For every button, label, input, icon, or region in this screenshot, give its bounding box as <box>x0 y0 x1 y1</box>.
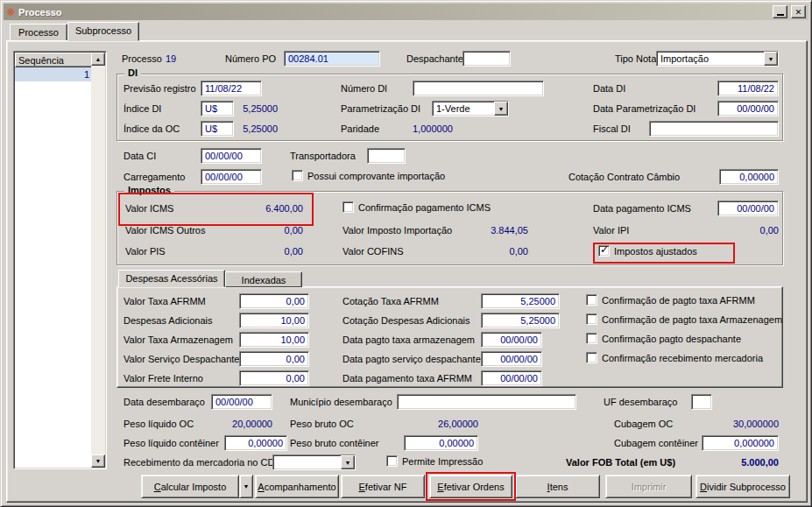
efetivar-nf-button[interactable]: Efetivar NF <box>341 475 425 498</box>
fiscal-di-input[interactable] <box>649 121 779 137</box>
valor-taxa-afrmm-input[interactable]: 0,00 <box>239 293 309 309</box>
dividir-subprocesso-button[interactable]: Dividir Subprocesso <box>695 475 790 498</box>
imprimir-button[interactable]: Imprimir <box>605 475 692 498</box>
valor-pis-label: Valor PIS <box>125 246 166 257</box>
data-ci-input[interactable]: 00/00/00 <box>201 148 262 164</box>
tab-despesas-acessorias[interactable]: Despesas Acessórias <box>118 270 225 287</box>
municipio-desembaraco-input[interactable] <box>397 394 576 410</box>
peso-bruto-oc-label: Peso bruto OC <box>290 419 354 429</box>
cubagem-conteiner-input[interactable]: 0,000000 <box>702 435 779 451</box>
checkbox-box <box>292 170 303 181</box>
numero-po-input[interactable]: 00284.01 <box>284 51 380 67</box>
data-pagto-taxa-armazenagem-input[interactable]: 00/00/00 <box>481 332 542 348</box>
calcular-imposto-button[interactable]: Calcular Imposto <box>141 475 239 498</box>
peso-bruto-conteiner-input[interactable]: 0,00000 <box>404 435 478 451</box>
indice-di-value: 5,25000 <box>236 103 278 114</box>
cotacao-despesas-adicionais-input[interactable]: 5,25000 <box>481 313 560 328</box>
checkbox-box <box>586 294 597 306</box>
checkbox-box <box>386 455 398 467</box>
conf-pagto-taxa-afrmm-label: Confirmação de pagto taxa AFRMM <box>602 295 755 306</box>
parametrizacao-di-select[interactable]: 1-Verde ▼ <box>432 101 509 116</box>
valor-cofins-value: 0,00 <box>474 246 528 257</box>
data-desembaraco-input[interactable]: 00/00/00 <box>211 394 272 410</box>
conf-pagto-taxa-armazenagem-checkbox[interactable]: Confirmação de pagto taxa Armazenagem <box>586 313 782 325</box>
confirmacao-pagamento-icms-checkbox[interactable]: Confirmação pagamento ICMS <box>342 201 491 213</box>
cotacao-despesas-adicionais-label: Cotação Despesas Adicionais <box>342 315 470 326</box>
efetivar-ordens-button[interactable]: Efetivar Ordens <box>429 475 512 498</box>
valor-taxa-armazenagem-label: Valor Taxa Armazenagem <box>124 334 233 345</box>
despesas-adicionais-input[interactable]: 10,00 <box>239 313 309 328</box>
di-group-title: DI <box>124 67 141 78</box>
dropdown-arrow-icon[interactable]: ▼ <box>494 102 508 116</box>
checkbox-box <box>586 352 597 363</box>
cotacao-taxa-afrmm-input[interactable]: 5,25000 <box>481 293 560 309</box>
valor-servico-despachante-label: Valor Serviço Despachante <box>124 354 239 364</box>
peso-liquido-oc-label: Peso líquido OC <box>124 419 194 429</box>
tipo-nota-value: Importação <box>657 52 764 66</box>
carregamento-input[interactable]: 00/00/00 <box>201 169 262 185</box>
conf-pagto-despachante-label: Confirmação pagto despachante <box>602 334 741 344</box>
valor-imposto-importacao-value: 3.844,05 <box>474 225 528 236</box>
valor-frete-interno-input[interactable]: 0,00 <box>239 370 309 386</box>
data-pagamento-icms-input[interactable]: 00/00/00 <box>717 201 779 216</box>
conf-pagto-despachante-checkbox[interactable]: Confirmação pagto despachante <box>586 333 741 344</box>
conf-pagto-taxa-afrmm-checkbox[interactable]: Confirmação de pagto taxa AFRMM <box>586 294 755 306</box>
impostos-ajustados-checkbox[interactable]: Impostos ajustados <box>598 245 697 257</box>
numero-di-input[interactable] <box>413 81 544 96</box>
valor-servico-despachante-input[interactable]: 0,00 <box>239 351 309 367</box>
data-parametrizacao-di-input[interactable]: 00/00/00 <box>717 101 779 116</box>
numero-po-label: Número PO <box>225 53 276 64</box>
calcular-imposto-dropdown-button[interactable]: ▼ <box>239 475 253 498</box>
valor-ipi-value: 0,00 <box>719 225 779 236</box>
fiscal-di-label: Fiscal DI <box>593 123 631 134</box>
tab-indexadas[interactable]: Indexadas <box>225 271 302 287</box>
despesas-adicionais-label: Despesas Adicionais <box>124 315 213 326</box>
transportadora-input[interactable] <box>367 148 406 164</box>
paridade-label: Paridade <box>341 123 379 134</box>
valor-fob-label: Valor FOB Total (em U$) <box>566 457 675 468</box>
data-pagto-taxa-armazenagem-label: Data pagto taxa armazenagem <box>342 334 475 345</box>
valor-icms-outros-value: 0,00 <box>220 225 303 236</box>
permite-impressao-checkbox[interactable]: Permite Impressão <box>386 455 483 467</box>
peso-liquido-oc-value: 20,00000 <box>202 419 272 429</box>
cubagem-conteiner-label: Cubagem contêiner <box>614 438 698 448</box>
cubagem-oc-value: 30,000000 <box>702 419 779 429</box>
checkbox-box <box>342 201 354 213</box>
indice-oc-currency-input[interactable]: U$ <box>201 121 234 137</box>
carregamento-label: Carregamento <box>124 172 185 182</box>
valor-taxa-armazenagem-input[interactable]: 10,00 <box>239 332 309 348</box>
dropdown-arrow-icon[interactable]: ▼ <box>341 455 355 469</box>
acompanhamento-button[interactable]: Acompanhamento <box>255 475 339 498</box>
itens-button[interactable]: Itens <box>515 475 600 498</box>
checkbox-box <box>586 313 597 325</box>
parametrizacao-di-label: Parametrização DI <box>341 103 420 114</box>
possui-comprovante-checkbox[interactable]: Possui comprovante importação <box>292 170 445 181</box>
valor-icms-label: Valor ICMS <box>125 203 173 214</box>
peso-liquido-conteiner-input[interactable]: 0,00000 <box>224 435 287 451</box>
data-pagamento-icms-label: Data pagamento ICMS <box>593 203 691 214</box>
checkbox-box <box>586 333 597 344</box>
cotacao-contrato-cambio-input[interactable]: 0,00000 <box>719 169 779 185</box>
despachante-input[interactable] <box>462 51 511 67</box>
recebimento-cd-select[interactable]: ▼ <box>272 454 356 470</box>
conf-recebimento-mercadoria-checkbox[interactable]: Confirmação recebimento mercadoria <box>586 352 763 363</box>
cubagem-oc-label: Cubagem OC <box>614 419 673 429</box>
recebimento-cd-label: Recebimento da mercadoria no CD <box>124 457 274 468</box>
indice-oc-label: Índice da OC <box>124 123 180 134</box>
valor-fob-value: 5.000,00 <box>702 457 779 468</box>
tipo-nota-select[interactable]: Importação ▼ <box>656 51 779 67</box>
data-pagto-servico-despachante-input[interactable]: 00/00/00 <box>481 351 542 367</box>
data-di-label: Data DI <box>593 83 625 94</box>
data-di-input[interactable]: 11/08/22 <box>717 81 779 96</box>
transportadora-label: Transportadora <box>290 151 356 161</box>
indice-di-currency-input[interactable]: U$ <box>201 101 234 116</box>
recebimento-cd-value <box>273 455 341 469</box>
previsao-registro-input[interactable]: 11/08/22 <box>201 81 262 96</box>
data-parametrizacao-di-label: Data Parametrização DI <box>593 103 695 114</box>
tipo-nota-label: Tipo Nota <box>615 53 656 64</box>
valor-icms-value: 6.400,00 <box>220 203 303 214</box>
dropdown-arrow-icon[interactable]: ▼ <box>764 52 778 66</box>
data-pagamento-taxa-afrmm-input[interactable]: 00/00/00 <box>481 370 542 386</box>
data-pagto-servico-despachante-label: Data pagto serviço despachante <box>342 354 481 364</box>
uf-desembaraco-input[interactable] <box>691 394 712 410</box>
